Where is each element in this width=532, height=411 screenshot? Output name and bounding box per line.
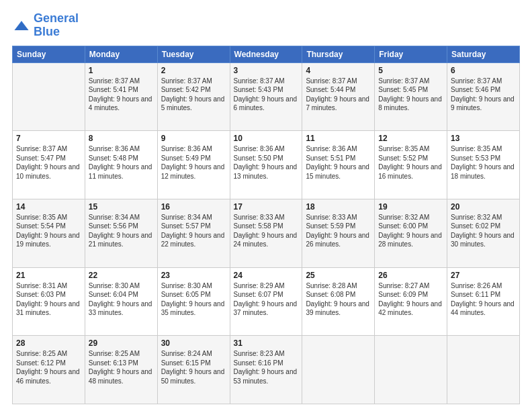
sunset-text: Sunset: 6:05 PM xyxy=(161,290,226,300)
sunrise-text: Sunrise: 8:30 AM xyxy=(161,281,226,291)
sunset-text: Sunset: 5:51 PM xyxy=(306,154,371,163)
day-number: 9 xyxy=(161,134,226,143)
header: General Blue xyxy=(12,12,520,39)
sunset-text: Sunset: 5:46 PM xyxy=(451,85,516,95)
day-number: 19 xyxy=(378,202,443,212)
calendar-cell: 10 Sunrise: 8:36 AM Sunset: 5:50 PM Dayl… xyxy=(230,131,302,199)
sunset-text: Sunset: 6:04 PM xyxy=(89,290,154,300)
sunrise-text: Sunrise: 8:27 AM xyxy=(378,281,443,291)
daylight-text: Daylight: 9 hours and 28 minutes. xyxy=(378,231,443,249)
calendar-cell: 12 Sunrise: 8:35 AM Sunset: 5:52 PM Dayl… xyxy=(375,131,447,199)
sunrise-text: Sunrise: 8:32 AM xyxy=(451,213,516,222)
cell-content: Sunrise: 8:23 AM Sunset: 6:16 PM Dayligh… xyxy=(234,349,299,385)
daylight-text: Daylight: 9 hours and 37 minutes. xyxy=(234,300,299,318)
calendar-cell: 4 Sunrise: 8:37 AM Sunset: 5:44 PM Dayli… xyxy=(302,62,375,131)
day-number: 12 xyxy=(378,134,443,143)
sunrise-text: Sunrise: 8:36 AM xyxy=(306,144,371,154)
calendar-cell xyxy=(13,62,85,131)
daylight-text: Daylight: 9 hours and 9 minutes. xyxy=(451,95,516,113)
sunrise-text: Sunrise: 8:24 AM xyxy=(161,349,226,359)
calendar-cell: 27 Sunrise: 8:26 AM Sunset: 6:11 PM Dayl… xyxy=(447,267,520,336)
calendar-cell: 24 Sunrise: 8:29 AM Sunset: 6:07 PM Dayl… xyxy=(230,267,302,336)
sunrise-text: Sunrise: 8:32 AM xyxy=(378,213,443,222)
calendar-cell: 6 Sunrise: 8:37 AM Sunset: 5:46 PM Dayli… xyxy=(447,62,520,131)
calendar-cell: 2 Sunrise: 8:37 AM Sunset: 5:42 PM Dayli… xyxy=(157,62,230,131)
cell-content: Sunrise: 8:28 AM Sunset: 6:08 PM Dayligh… xyxy=(306,281,371,318)
daylight-text: Daylight: 9 hours and 35 minutes. xyxy=(161,300,226,318)
day-number: 22 xyxy=(89,271,154,280)
sunrise-text: Sunrise: 8:35 AM xyxy=(378,144,443,154)
calendar-cell: 22 Sunrise: 8:30 AM Sunset: 6:04 PM Dayl… xyxy=(85,267,157,336)
day-number: 3 xyxy=(234,66,299,75)
sunset-text: Sunset: 5:49 PM xyxy=(161,154,226,163)
calendar-week-2: 7 Sunrise: 8:37 AM Sunset: 5:47 PM Dayli… xyxy=(13,131,520,199)
day-number: 30 xyxy=(161,338,226,348)
cell-content: Sunrise: 8:25 AM Sunset: 6:13 PM Dayligh… xyxy=(89,349,154,385)
day-number: 13 xyxy=(451,134,516,143)
sunset-text: Sunset: 5:43 PM xyxy=(234,85,299,95)
daylight-text: Daylight: 9 hours and 44 minutes. xyxy=(451,300,516,318)
sunrise-text: Sunrise: 8:25 AM xyxy=(89,349,154,359)
cell-content: Sunrise: 8:37 AM Sunset: 5:45 PM Dayligh… xyxy=(378,77,443,113)
day-number: 4 xyxy=(306,66,371,75)
calendar-cell: 30 Sunrise: 8:24 AM Sunset: 6:15 PM Dayl… xyxy=(157,336,230,404)
daylight-text: Daylight: 9 hours and 22 minutes. xyxy=(161,231,226,249)
daylight-text: Daylight: 9 hours and 19 minutes. xyxy=(16,231,81,249)
sunset-text: Sunset: 5:42 PM xyxy=(161,85,226,95)
cell-content: Sunrise: 8:37 AM Sunset: 5:46 PM Dayligh… xyxy=(451,77,516,113)
day-number: 31 xyxy=(234,338,299,348)
cell-content: Sunrise: 8:27 AM Sunset: 6:09 PM Dayligh… xyxy=(378,281,443,318)
daylight-text: Daylight: 9 hours and 10 minutes. xyxy=(16,163,81,181)
sunset-text: Sunset: 6:13 PM xyxy=(89,359,154,368)
sunrise-text: Sunrise: 8:33 AM xyxy=(234,213,299,222)
cell-content: Sunrise: 8:35 AM Sunset: 5:54 PM Dayligh… xyxy=(16,213,81,249)
daylight-text: Daylight: 9 hours and 42 minutes. xyxy=(378,300,443,318)
sunrise-text: Sunrise: 8:30 AM xyxy=(89,281,154,291)
calendar-table: SundayMondayTuesdayWednesdayThursdayFrid… xyxy=(12,46,520,404)
cell-content: Sunrise: 8:30 AM Sunset: 6:05 PM Dayligh… xyxy=(161,281,226,318)
sunset-text: Sunset: 5:52 PM xyxy=(378,154,443,163)
calendar-cell: 17 Sunrise: 8:33 AM Sunset: 5:58 PM Dayl… xyxy=(230,199,302,267)
calendar-cell: 15 Sunrise: 8:34 AM Sunset: 5:56 PM Dayl… xyxy=(85,199,157,267)
cell-content: Sunrise: 8:33 AM Sunset: 5:59 PM Dayligh… xyxy=(306,213,371,249)
daylight-text: Daylight: 9 hours and 53 minutes. xyxy=(234,367,299,385)
sunset-text: Sunset: 5:58 PM xyxy=(234,222,299,231)
sunset-text: Sunset: 6:16 PM xyxy=(234,359,299,368)
logo-text: General Blue xyxy=(34,12,79,39)
sunset-text: Sunset: 6:07 PM xyxy=(234,290,299,300)
calendar-cell xyxy=(447,336,520,404)
daylight-text: Daylight: 9 hours and 39 minutes. xyxy=(306,300,371,318)
sunrise-text: Sunrise: 8:36 AM xyxy=(234,144,299,154)
calendar-cell: 19 Sunrise: 8:32 AM Sunset: 6:00 PM Dayl… xyxy=(375,199,447,267)
sunrise-text: Sunrise: 8:35 AM xyxy=(451,144,516,154)
cell-content: Sunrise: 8:31 AM Sunset: 6:03 PM Dayligh… xyxy=(16,281,81,318)
calendar-week-4: 21 Sunrise: 8:31 AM Sunset: 6:03 PM Dayl… xyxy=(13,267,520,336)
cell-content: Sunrise: 8:37 AM Sunset: 5:41 PM Dayligh… xyxy=(89,77,154,113)
cell-content: Sunrise: 8:34 AM Sunset: 5:57 PM Dayligh… xyxy=(161,213,226,249)
day-number: 25 xyxy=(306,271,371,280)
calendar-cell xyxy=(375,336,447,404)
sunset-text: Sunset: 6:03 PM xyxy=(16,290,81,300)
sunset-text: Sunset: 6:11 PM xyxy=(451,290,516,300)
calendar-cell: 25 Sunrise: 8:28 AM Sunset: 6:08 PM Dayl… xyxy=(302,267,375,336)
sunrise-text: Sunrise: 8:31 AM xyxy=(16,281,81,291)
daylight-text: Daylight: 9 hours and 11 minutes. xyxy=(89,163,154,181)
sunset-text: Sunset: 5:53 PM xyxy=(451,154,516,163)
weekday-header-monday: Monday xyxy=(85,46,157,62)
sunrise-text: Sunrise: 8:26 AM xyxy=(451,281,516,291)
calendar-cell: 23 Sunrise: 8:30 AM Sunset: 6:05 PM Dayl… xyxy=(157,267,230,336)
sunset-text: Sunset: 5:56 PM xyxy=(89,222,154,231)
sunrise-text: Sunrise: 8:34 AM xyxy=(89,213,154,222)
cell-content: Sunrise: 8:37 AM Sunset: 5:42 PM Dayligh… xyxy=(161,77,226,113)
calendar-cell: 21 Sunrise: 8:31 AM Sunset: 6:03 PM Dayl… xyxy=(13,267,85,336)
cell-content: Sunrise: 8:37 AM Sunset: 5:43 PM Dayligh… xyxy=(234,77,299,113)
daylight-text: Daylight: 9 hours and 24 minutes. xyxy=(234,231,299,249)
weekday-header-tuesday: Tuesday xyxy=(157,46,230,62)
sunrise-text: Sunrise: 8:23 AM xyxy=(234,349,299,359)
sunset-text: Sunset: 6:15 PM xyxy=(161,359,226,368)
calendar-cell: 7 Sunrise: 8:37 AM Sunset: 5:47 PM Dayli… xyxy=(13,131,85,199)
weekday-header-friday: Friday xyxy=(375,46,447,62)
day-number: 2 xyxy=(161,66,226,75)
calendar-cell: 31 Sunrise: 8:23 AM Sunset: 6:16 PM Dayl… xyxy=(230,336,302,404)
day-number: 24 xyxy=(234,271,299,280)
